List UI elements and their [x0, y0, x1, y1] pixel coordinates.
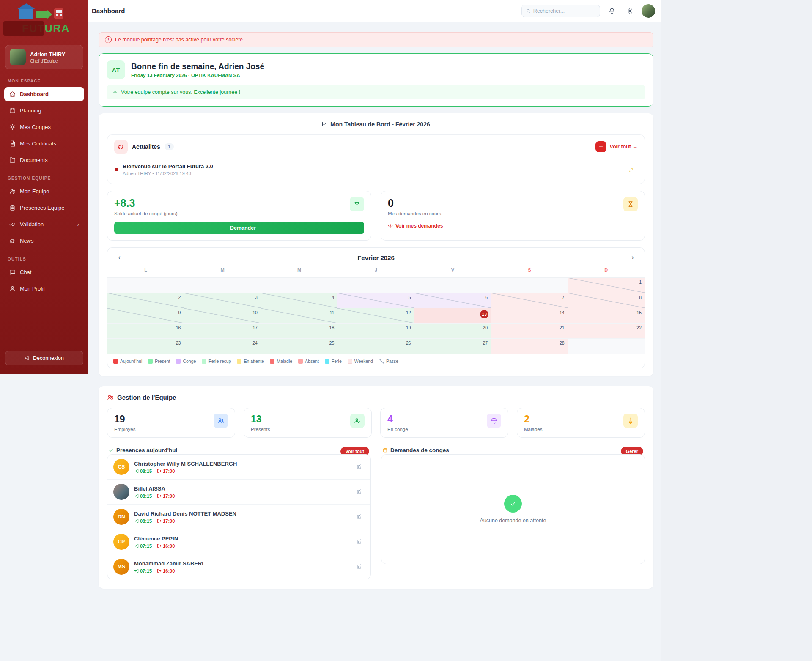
sidebar-item-label: News — [20, 238, 34, 244]
clock-in-icon — [134, 469, 139, 473]
news-item[interactable]: Bienvenue sur le Portail Futura 2.0 Adri… — [114, 158, 638, 181]
sidebar-item-mes-conges[interactable]: Mes Conges — [4, 120, 84, 134]
calendar-day[interactable]: 14 — [491, 308, 568, 324]
calendar-day[interactable]: 26 — [337, 339, 414, 354]
search-input[interactable] — [533, 8, 595, 14]
stat-en-conge: 4 En conge — [380, 408, 508, 438]
edit-presence-button[interactable] — [354, 511, 365, 522]
calendar-day[interactable]: 10 — [184, 308, 261, 324]
sidebar-item-validation[interactable]: Validation › — [4, 217, 84, 231]
calendar-day[interactable]: 12 — [337, 308, 414, 324]
sidebar-item-label: Mes Conges — [20, 124, 51, 130]
logout-button[interactable]: Deconnexion — [5, 351, 83, 365]
view-my-requests-link[interactable]: Voir mes demandes — [388, 223, 638, 229]
stat-label: Malades — [524, 427, 542, 432]
time-out: 17:00 — [163, 494, 175, 499]
calendar-day[interactable]: 5 — [337, 293, 414, 308]
calendar-day[interactable]: 25 — [261, 339, 337, 354]
sidebar-item-mon-equipe[interactable]: Mon Equipe — [4, 184, 84, 198]
sidebar-item-presences-equipe[interactable]: Presences Equipe — [4, 201, 84, 215]
calendar-day[interactable]: 4 — [261, 293, 337, 308]
time-out: 16:00 — [163, 568, 175, 573]
calendar-day[interactable]: 22 — [568, 324, 645, 339]
presence-row[interactable]: MS Mohammad Zamir SABERI 07:15 16:00 — [107, 554, 370, 579]
time-in: 08:15 — [140, 518, 152, 524]
calendar-day[interactable]: 7 — [491, 293, 568, 308]
team-management-card: Gestion de l'Equipe 19 Employes 13 Prese… — [99, 386, 653, 589]
calendar-day[interactable]: 11 — [261, 308, 337, 324]
stat-value: 4 — [387, 414, 408, 425]
edit-presence-button[interactable] — [354, 536, 365, 547]
dashboard-card-title: Mon Tableau de Bord - Février 2026 — [330, 121, 430, 128]
user-icon — [9, 285, 16, 292]
presence-row[interactable]: CP Clémence PEPIN 07:15 16:00 — [107, 529, 370, 554]
sidebar-user-card[interactable]: Adrien THIRY Chef d'Equipe — [5, 45, 83, 69]
edit-presence-button[interactable] — [354, 561, 365, 572]
calendar-day[interactable]: 28 — [491, 339, 568, 354]
sidebar-item-mes-certificats[interactable]: Mes Certificats — [4, 137, 84, 151]
sidebar-item-planning[interactable]: Planning — [4, 104, 84, 118]
calendar-day[interactable]: 9 — [107, 308, 184, 324]
sidebar-item-documents[interactable]: Documents — [4, 153, 84, 167]
employee-avatar: DN — [113, 509, 129, 525]
calendar-day[interactable]: 1 — [568, 278, 645, 293]
calendar-day[interactable]: 17 — [184, 324, 261, 339]
calendar-icon — [9, 107, 16, 114]
calendar-day[interactable]: 2 — [107, 293, 184, 308]
sidebar-item-news[interactable]: News — [4, 234, 84, 248]
sidebar-item-chat[interactable]: Chat — [4, 265, 84, 279]
edit-news-button[interactable] — [626, 164, 637, 175]
calendar-day[interactable]: 16 — [107, 324, 184, 339]
calendar-day[interactable]: 24 — [184, 339, 261, 354]
rocket-icon — [112, 90, 118, 95]
calendar-prev-button[interactable]: ‹ — [113, 252, 125, 263]
sidebar-item-label: Planning — [20, 107, 41, 114]
news-view-all-link[interactable]: Voir tout → — [610, 144, 638, 150]
calendar-day — [184, 278, 261, 293]
sidebar-item-mon-profil[interactable]: Mon Profil — [4, 282, 84, 296]
employee-avatar: CS — [113, 459, 129, 475]
calendar-day[interactable]: 23 — [107, 339, 184, 354]
time-out: 16:00 — [163, 543, 175, 549]
settings-button[interactable] — [624, 5, 636, 17]
calendar-day[interactable]: 3 — [184, 293, 261, 308]
page-title: Dashboard — [92, 7, 125, 14]
presence-row[interactable]: Billel AISSA 08:15 17:00 — [107, 480, 370, 505]
user-check-icon — [354, 417, 361, 424]
legend-swatch — [348, 359, 352, 364]
calendar-day[interactable]: 27 — [414, 339, 491, 354]
calendar-day[interactable]: 20 — [414, 324, 491, 339]
stat-value: 2 — [524, 414, 542, 425]
day-header: L — [107, 267, 184, 277]
calendar-day[interactable]: 18 — [261, 324, 337, 339]
welcome-banner-text: Votre equipe compte sur vous. Excellente… — [121, 89, 240, 95]
calendar-day[interactable]: 6 — [414, 293, 491, 308]
presence-row[interactable]: DN David Richard Denis NOTTET MADSEN 08:… — [107, 505, 370, 529]
legend-label: Aujourd'hui — [120, 359, 142, 364]
notifications-button[interactable] — [606, 5, 618, 17]
view-my-requests-label: Voir mes demandes — [395, 223, 443, 229]
calendar-day-today[interactable]: 13 — [414, 308, 491, 324]
presence-row[interactable]: CS Christopher Willy M SCHALLENBERGH 08:… — [107, 455, 370, 480]
sidebar-item-label: Chat — [20, 269, 31, 275]
calendar-day[interactable]: 15 — [568, 308, 645, 324]
calendar-next-button[interactable]: › — [627, 252, 639, 263]
employees-icon-wrap — [214, 414, 228, 428]
leave-balance-label: Solde actuel de congé (jours) — [114, 211, 178, 216]
leave-balance-value: +8.3 — [114, 197, 178, 209]
calendar-day[interactable]: 21 — [491, 324, 568, 339]
edit-presence-button[interactable] — [354, 461, 365, 472]
calendar-day[interactable]: 19 — [337, 324, 414, 339]
edit-presence-button[interactable] — [354, 486, 365, 497]
dashboard-card-title-row: Mon Tableau de Bord - Février 2026 — [107, 121, 645, 128]
add-news-button[interactable] — [595, 141, 606, 152]
actualites-box: Actualites 1 Voir tout → Bienvenue sur l… — [107, 134, 645, 184]
request-leave-button[interactable]: Demander — [114, 222, 364, 234]
app-logo: FUTURA — [0, 0, 88, 41]
sidebar-item-dashboard[interactable]: Dashboard — [4, 87, 84, 101]
alert-icon: ! — [105, 36, 112, 43]
calendar-day[interactable]: 8 — [568, 293, 645, 308]
legend-label: Ferie — [332, 359, 342, 364]
search-box[interactable] — [521, 5, 600, 17]
profile-avatar[interactable] — [642, 4, 655, 18]
